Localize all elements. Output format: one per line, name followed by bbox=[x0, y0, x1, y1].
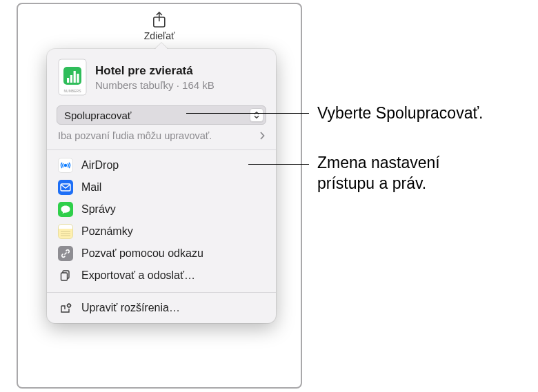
numbers-document-icon: NUMBERS bbox=[58, 59, 87, 96]
svg-rect-5 bbox=[74, 71, 76, 83]
extensions-menu-list: Upraviť rozšírenia… bbox=[47, 294, 276, 322]
svg-rect-14 bbox=[61, 273, 68, 280]
updown-caret-icon bbox=[250, 108, 263, 122]
link-icon bbox=[58, 246, 73, 261]
svg-text:NUMBERS: NUMBERS bbox=[63, 89, 81, 93]
permissions-text: Iba pozvaní ľudia môžu upravovať. bbox=[58, 130, 212, 141]
svg-point-8 bbox=[64, 164, 67, 167]
menu-item-airdrop[interactable]: AirDrop bbox=[47, 154, 276, 176]
notes-icon bbox=[58, 224, 73, 239]
airdrop-icon bbox=[58, 158, 73, 173]
menu-item-label: Exportovať a odoslať… bbox=[81, 269, 195, 282]
menu-item-label: AirDrop bbox=[81, 159, 119, 172]
callout-line bbox=[186, 113, 309, 114]
share-menu-list: AirDrop Mail Správy bbox=[47, 152, 276, 289]
menu-item-label: Upraviť rozšírenia… bbox=[81, 302, 180, 314]
menu-item-mail[interactable]: Mail bbox=[47, 176, 276, 198]
callout-text-1: Vyberte Spolupracovať. bbox=[317, 103, 483, 124]
divider bbox=[47, 149, 276, 150]
collaborate-mode-select[interactable]: Spolupracovať bbox=[57, 105, 266, 125]
menu-item-edit-extensions[interactable]: Upraviť rozšírenia… bbox=[47, 297, 276, 319]
svg-rect-6 bbox=[77, 74, 79, 83]
messages-icon bbox=[58, 202, 73, 217]
menu-item-invite-link[interactable]: Pozvať pomocou odkazu bbox=[47, 243, 276, 265]
menu-item-notes[interactable]: Poznámky bbox=[47, 220, 276, 243]
menu-item-export-send[interactable]: Exportovať a odoslať… bbox=[47, 265, 276, 287]
callout-line bbox=[248, 164, 309, 165]
svg-rect-3 bbox=[67, 78, 69, 83]
permissions-row[interactable]: Iba pozvaní ľudia môžu upravovať. bbox=[57, 129, 266, 147]
export-send-icon bbox=[58, 268, 73, 283]
menu-item-label: Správy bbox=[81, 203, 116, 216]
menu-item-label: Pozvať pomocou odkazu bbox=[81, 247, 203, 260]
menu-item-label: Poznámky bbox=[81, 225, 133, 238]
popover-header: NUMBERS Hotel pre zvieratá Numbers tabuľ… bbox=[47, 54, 276, 103]
app-window-frame: Zdieľať NUMBERS Hotel pre zvieratá Numbe… bbox=[17, 3, 302, 389]
chevron-right-icon bbox=[259, 132, 265, 140]
mail-icon bbox=[58, 180, 73, 195]
divider bbox=[47, 292, 276, 293]
collaborate-mode-value: Spolupracovať bbox=[64, 110, 131, 121]
extensions-icon bbox=[58, 300, 73, 316]
share-popover: NUMBERS Hotel pre zvieratá Numbers tabuľ… bbox=[47, 49, 276, 323]
share-toolbar-label: Zdieľať bbox=[144, 30, 175, 41]
share-toolbar-button[interactable]: Zdieľať bbox=[144, 11, 175, 41]
document-subtitle: Numbers tabuľky · 164 kB bbox=[95, 79, 215, 91]
svg-rect-4 bbox=[70, 75, 72, 83]
menu-item-messages[interactable]: Správy bbox=[47, 198, 276, 220]
menu-item-label: Mail bbox=[81, 181, 101, 194]
document-title: Hotel pre zvieratá bbox=[95, 64, 215, 78]
callout-text-2: Zmena nastavení prístupu a práv. bbox=[317, 153, 483, 194]
share-icon bbox=[151, 11, 168, 29]
